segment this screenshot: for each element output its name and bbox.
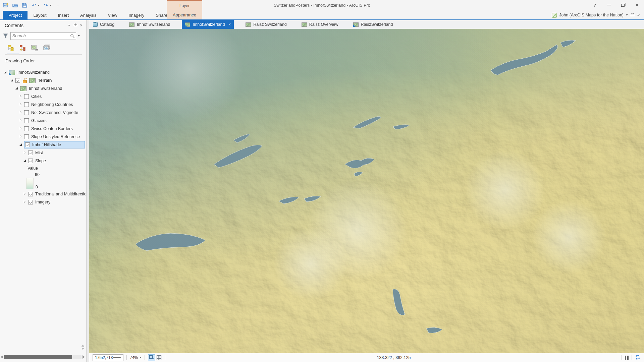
grid-view-button[interactable] bbox=[155, 354, 163, 361]
expander-icon[interactable] bbox=[19, 135, 23, 139]
tree-item-imhof-hillshade[interactable]: Imhof Hillshade bbox=[0, 141, 86, 149]
view-tab-imhofswitzerland-active[interactable]: ImhofSwitzerland × bbox=[182, 20, 234, 29]
pause-drawing-button[interactable] bbox=[625, 356, 629, 360]
view-tab-raiszswitzerland[interactable]: RaiszSwitzerland bbox=[350, 20, 396, 29]
view-tab-raisz-switzerland[interactable]: Raisz Switzerland bbox=[243, 20, 289, 29]
tree-item-imagery[interactable]: Imagery bbox=[0, 198, 86, 206]
notifications-icon[interactable] bbox=[630, 13, 635, 17]
zoom-level-control[interactable]: 74% bbox=[130, 355, 142, 360]
ribbon-tab-appearance[interactable]: Appearance bbox=[167, 10, 202, 19]
open-project-icon[interactable] bbox=[12, 2, 18, 8]
redo-dropdown-icon[interactable] bbox=[50, 5, 52, 6]
tree-item-slope[interactable]: Slope bbox=[0, 157, 86, 165]
visibility-checkbox[interactable] bbox=[28, 159, 33, 163]
visibility-checkbox[interactable] bbox=[24, 94, 29, 99]
tree-item-not-switzerland-vignette[interactable]: Not Switzerland: Vignette bbox=[0, 109, 86, 117]
filter-icon[interactable] bbox=[3, 34, 8, 38]
ribbon-tab-view[interactable]: View bbox=[102, 11, 123, 19]
view-tab-raisz-overview[interactable]: Raisz Overview bbox=[299, 20, 341, 29]
visibility-checkbox[interactable] bbox=[25, 142, 30, 147]
tree-item-neighboring-countries[interactable]: Neighboring Countries bbox=[0, 101, 86, 109]
customize-quick-access-icon[interactable]: ⹀ bbox=[55, 2, 61, 8]
signed-in-user[interactable]: John (ArcGIS Maps for the Nation) bbox=[559, 13, 624, 17]
list-by-drawing-order-button[interactable] bbox=[7, 44, 15, 52]
ribbon-tab-analysis[interactable]: Analysis bbox=[74, 11, 102, 19]
visibility-checkbox[interactable] bbox=[24, 134, 29, 139]
search-icon[interactable] bbox=[70, 34, 74, 38]
new-map-frame-button[interactable] bbox=[148, 354, 155, 361]
tree-item-swiss-conton-borders[interactable]: Swiss Conton Borders bbox=[0, 125, 86, 133]
help-button[interactable]: ? bbox=[588, 0, 602, 10]
ribbon-collapse-icon[interactable] bbox=[637, 13, 640, 16]
expander-icon[interactable] bbox=[19, 103, 23, 107]
visibility-checkbox[interactable] bbox=[28, 150, 33, 155]
view-tab-imhof-switzerland-layout[interactable]: Imhof Switzerland bbox=[126, 20, 173, 29]
visibility-checkbox[interactable] bbox=[28, 192, 33, 196]
ribbon-accent-line bbox=[0, 19, 644, 20]
expander-icon[interactable] bbox=[19, 95, 23, 99]
tree-item-imhof-switzerland[interactable]: Imhof Switzerland bbox=[0, 84, 86, 93]
visibility-checkbox[interactable] bbox=[28, 200, 33, 204]
tree-item-slope-unstyled-reference[interactable]: Slope Unstyled Reference bbox=[0, 133, 86, 141]
tree-item-traditional-multidirectional[interactable]: Traditional and Multidirectiona bbox=[0, 190, 86, 198]
visibility-checkbox[interactable] bbox=[24, 126, 29, 131]
ribbon-tab-imagery[interactable]: Imagery bbox=[123, 11, 150, 19]
scrollbar-track[interactable] bbox=[4, 355, 82, 359]
scroll-left-icon[interactable] bbox=[1, 355, 3, 359]
pane-pin-button[interactable] bbox=[72, 22, 78, 28]
pane-close-button[interactable]: × bbox=[78, 22, 84, 28]
restore-button[interactable] bbox=[616, 0, 630, 10]
tree-item-mist[interactable]: Mist bbox=[0, 149, 86, 157]
expander-icon[interactable] bbox=[15, 86, 19, 90]
tab-close-icon[interactable]: × bbox=[228, 22, 231, 27]
ribbon-tab-layout[interactable]: Layout bbox=[28, 11, 52, 19]
pane-splitter[interactable] bbox=[87, 20, 89, 362]
search-options-icon[interactable] bbox=[78, 35, 80, 37]
map-coordinates[interactable]: 133.322 , 392.125 bbox=[169, 355, 619, 360]
list-by-selection-button[interactable] bbox=[31, 44, 39, 52]
search-input[interactable] bbox=[12, 34, 70, 38]
list-by-source-button[interactable] bbox=[19, 44, 27, 52]
list-by-editing-button[interactable] bbox=[43, 44, 51, 52]
new-project-icon[interactable] bbox=[3, 2, 9, 8]
expander-icon[interactable] bbox=[19, 143, 23, 147]
scroll-down-icon[interactable] bbox=[82, 348, 84, 350]
map-view[interactable] bbox=[89, 29, 644, 353]
scroll-up-icon[interactable] bbox=[82, 345, 84, 347]
visibility-checkbox[interactable] bbox=[24, 110, 29, 115]
expander-icon[interactable] bbox=[23, 200, 27, 204]
expander-icon[interactable] bbox=[23, 159, 27, 163]
minimize-button[interactable] bbox=[602, 0, 616, 10]
statusbar-divider bbox=[622, 355, 622, 360]
close-button[interactable]: × bbox=[630, 0, 644, 10]
undo-dropdown-icon[interactable] bbox=[38, 5, 40, 6]
redo-icon[interactable]: ↷ bbox=[43, 2, 49, 8]
expander-icon[interactable] bbox=[10, 78, 14, 82]
visibility-checkbox[interactable] bbox=[24, 118, 29, 123]
account-dropdown-icon[interactable] bbox=[626, 14, 628, 16]
view-tab-catalog[interactable]: Catalog bbox=[90, 20, 117, 29]
visibility-checkbox[interactable] bbox=[15, 78, 20, 83]
expander-icon[interactable] bbox=[19, 119, 23, 123]
tree-item-terrain-group[interactable]: Terrain bbox=[0, 76, 86, 84]
statusbar-divider bbox=[145, 355, 145, 360]
undo-icon[interactable]: ↶ bbox=[31, 2, 37, 8]
scrollbar-thumb[interactable] bbox=[4, 355, 72, 359]
visibility-checkbox[interactable] bbox=[24, 102, 29, 107]
tree-item-map[interactable]: ImhofSwitzerland bbox=[0, 68, 86, 76]
ribbon-tab-insert[interactable]: Insert bbox=[52, 11, 75, 19]
refresh-button[interactable] bbox=[635, 354, 641, 361]
tree-item-cities[interactable]: Cities bbox=[0, 93, 86, 101]
tree-item-glaciers[interactable]: Glaciers bbox=[0, 117, 86, 125]
pane-menu-button[interactable] bbox=[66, 22, 72, 28]
expander-icon[interactable] bbox=[19, 111, 23, 115]
scroll-right-icon[interactable] bbox=[83, 355, 85, 359]
ribbon-tab-project[interactable]: Project bbox=[3, 11, 28, 19]
expander-icon[interactable] bbox=[23, 151, 27, 155]
save-project-icon[interactable] bbox=[21, 2, 28, 8]
map-scale-combobox[interactable]: 1:652,713 bbox=[93, 354, 123, 361]
expander-icon[interactable] bbox=[23, 192, 27, 196]
layer-thumbnail-icon bbox=[29, 78, 36, 83]
expander-icon[interactable] bbox=[3, 70, 7, 74]
expander-icon[interactable] bbox=[19, 127, 23, 131]
